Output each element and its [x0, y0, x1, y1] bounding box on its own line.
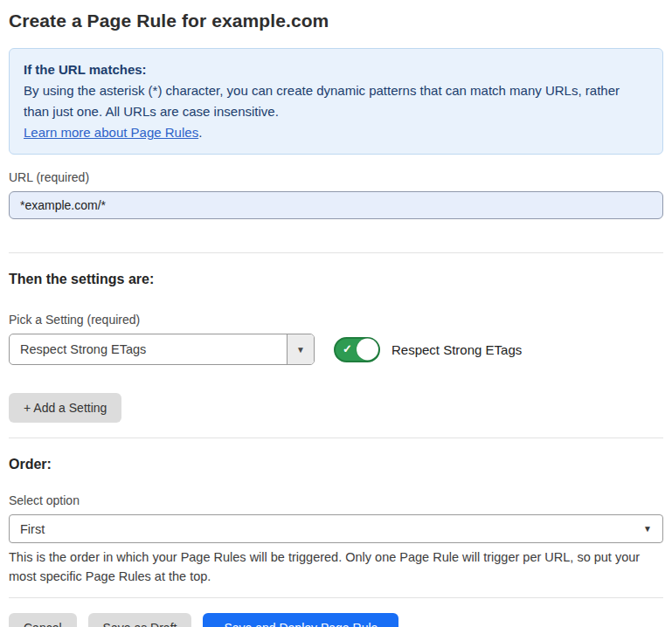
divider — [9, 597, 663, 598]
footer-actions: Cancel Save as Draft Save and Deploy Pag… — [9, 613, 663, 627]
url-field-label: URL (required) — [9, 170, 663, 184]
order-help-text: This is the order in which your Page Rul… — [9, 548, 660, 586]
toggle-knob[interactable] — [357, 339, 378, 361]
settings-section-heading: Then the settings are: — [9, 272, 663, 287]
order-select-label: Select option — [9, 493, 663, 507]
create-page-rule-form: Create a Page Rule for example.com If th… — [0, 0, 672, 627]
respect-strong-etags-toggle[interactable]: ✓ — [334, 337, 380, 362]
chevron-down-icon[interactable]: ▼ — [287, 334, 314, 364]
order-section-heading: Order: — [9, 457, 663, 472]
toggle-label: Respect Strong ETags — [391, 342, 522, 357]
save-and-deploy-button[interactable]: Save and Deploy Page Rule — [203, 613, 398, 627]
page-title: Create a Page Rule for example.com — [9, 10, 663, 31]
divider — [9, 438, 663, 438]
setting-select-value: Respect Strong ETags — [10, 334, 287, 364]
info-box-heading: If the URL matches: — [24, 59, 648, 80]
save-as-draft-button[interactable]: Save as Draft — [88, 613, 192, 627]
cancel-button[interactable]: Cancel — [9, 613, 77, 627]
learn-more-link[interactable]: Learn more about Page Rules — [24, 125, 198, 140]
add-setting-button[interactable]: + Add a Setting — [9, 393, 121, 423]
setting-row: Respect Strong ETags ▼ ✓ Respect Strong … — [9, 334, 663, 365]
check-icon: ✓ — [343, 343, 352, 355]
link-suffix-period: . — [198, 125, 202, 140]
url-input[interactable] — [9, 191, 663, 219]
chevron-down-icon: ▼ — [643, 524, 662, 534]
order-select-value: First — [10, 522, 643, 536]
divider — [9, 252, 663, 253]
info-box-body: By using the asterisk (*) character, you… — [24, 80, 648, 122]
pick-setting-label: Pick a Setting (required) — [9, 313, 663, 327]
setting-select[interactable]: Respect Strong ETags ▼ — [9, 334, 315, 365]
order-select[interactable]: First ▼ — [9, 514, 663, 543]
info-box-link-line: Learn more about Page Rules. — [24, 122, 648, 143]
url-match-info-box: If the URL matches: By using the asteris… — [9, 48, 663, 155]
